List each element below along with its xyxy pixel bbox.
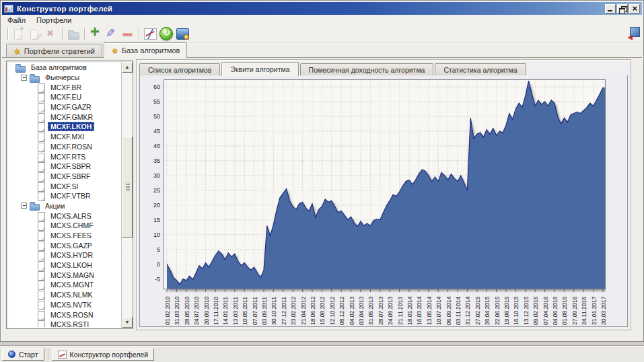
- tree-item-mcxf.gazr[interactable]: MCXF.GAZR: [7, 102, 120, 112]
- document-icon: [37, 133, 44, 141]
- title-bar: Конструктор портфелей: [2, 2, 642, 15]
- tree-scrollbar[interactable]: ▲ ▼: [121, 62, 132, 328]
- x-axis-label: 31.03.2010: [174, 296, 180, 325]
- tree-item-mcxf.mxi[interactable]: MCXF.MXI: [7, 132, 120, 142]
- equity-chart-button[interactable]: [142, 26, 158, 42]
- collapse-toggle-icon[interactable]: [21, 75, 27, 81]
- scroll-thumb[interactable]: [122, 137, 133, 238]
- tree-item-mcxf.si[interactable]: MCXF.SI: [7, 181, 120, 191]
- detail-tab-3[interactable]: Статистика алгоритма: [435, 63, 526, 76]
- x-axis-label: 31.05.2013: [367, 296, 374, 325]
- remove-icon: [120, 26, 135, 41]
- folder-icon: [66, 26, 81, 41]
- delete-icon: [44, 26, 59, 41]
- scroll-up-button[interactable]: ▲: [122, 62, 133, 73]
- tree-item-label: MCXF.GMKR: [48, 112, 96, 122]
- tab-база-алгоритмов[interactable]: База алгоритмов: [104, 42, 187, 58]
- y-axis-label: 10: [141, 231, 160, 238]
- tree-item-mcxf.sbpr[interactable]: MCXF.SBPR: [7, 161, 120, 172]
- tree-item-mcxf.rts[interactable]: MCXF.RTS: [7, 151, 120, 161]
- tree-item-label: MCXF.MXI: [48, 132, 87, 141]
- y-axis-label: 45: [141, 128, 160, 135]
- algorithm-tree: База алгоритмовФьючерсыMCXF.BRMCXF.EUMCX…: [7, 63, 120, 327]
- detail-tab-1[interactable]: Эквити алгоритма: [221, 62, 298, 76]
- menu-item-1[interactable]: Портфели: [36, 16, 71, 24]
- x-axis-label: 03.09.2011: [261, 297, 268, 325]
- x-axis-label: 20.09.2010: [203, 296, 210, 325]
- tree-item-mcxf.lkoh[interactable]: MCXF.LKOH: [7, 122, 120, 132]
- minimize-button[interactable]: [605, 4, 616, 13]
- tree-item-label: MCXF.LKOH: [48, 122, 94, 131]
- menu-item-0[interactable]: Файл: [7, 16, 26, 24]
- pencil-icon: [104, 26, 119, 41]
- x-axis-label: 21.01.2017: [591, 296, 598, 325]
- tree-item-label: MCXS.MGNT: [48, 280, 96, 289]
- tree-item-label: MCXF.SBPR: [48, 161, 94, 171]
- x-axis-label: 03.11.2014: [455, 297, 462, 325]
- tree-item-label: MCXF.BR: [48, 83, 84, 92]
- tree-item-mcxs.lkoh[interactable]: MCXS.LKOH: [7, 260, 120, 270]
- y-axis-label: 20: [141, 202, 160, 209]
- y-axis-label: 50: [141, 113, 160, 120]
- add-button[interactable]: [87, 26, 104, 42]
- tree-item-база-алгоритмов[interactable]: База алгоритмов: [7, 63, 120, 73]
- detail-tab-0[interactable]: Список алгоритмов: [139, 63, 220, 76]
- y-axis-label: 35: [141, 157, 160, 164]
- taskbar: Старт Конструктор портфелей: [0, 346, 644, 362]
- tree-item-mcxf.eu[interactable]: MCXF.EU: [7, 92, 120, 102]
- y-axis-label: 60: [141, 83, 160, 90]
- tree-item-mcxs.chmf[interactable]: MCXS.CHMF: [7, 221, 120, 231]
- document-icon: [37, 162, 44, 170]
- app-window: Конструктор портфелей ФайлПортфели Портф…: [0, 0, 644, 342]
- x-axis-label: 18.01.2014: [406, 296, 413, 325]
- tree-item-mcxf.sbrf[interactable]: MCXF.SBRF: [7, 172, 120, 182]
- detail-tab-2[interactable]: Помесячная доходность алгоритма: [300, 63, 434, 76]
- tree-item-mcxf.br[interactable]: MCXF.BR: [7, 82, 120, 92]
- remove-button[interactable]: [120, 26, 136, 42]
- x-axis-label: 24.11.2016: [581, 297, 587, 325]
- tree-item-mcxs.fees[interactable]: MCXS.FEES: [7, 231, 120, 241]
- start-button[interactable]: Старт: [2, 348, 44, 361]
- equity-plot: [164, 79, 606, 293]
- exit-button[interactable]: [626, 26, 642, 42]
- algorithm-tree-panel: База алгоритмовФьючерсыMCXF.BRMCXF.EUMCX…: [6, 61, 133, 329]
- tree-item-mcxs.nlmk[interactable]: MCXS.NLMK: [7, 290, 120, 300]
- tree-item-mcxf.gmkr[interactable]: MCXF.GMKR: [7, 112, 120, 122]
- close-button[interactable]: [629, 4, 640, 13]
- y-axis-label: -5: [141, 276, 160, 283]
- tree-item-фьючерсы[interactable]: Фьючерсы: [7, 73, 120, 83]
- tree-item-mcxs.hydr[interactable]: MCXS.HYDR: [7, 250, 120, 260]
- tree-item-mcxs.mgnt[interactable]: MCXS.MGNT: [7, 280, 120, 290]
- tree-item-mcxs.nvtk[interactable]: MCXS.NVTK: [7, 300, 120, 310]
- x-axis-label: 13.12.2015: [523, 296, 530, 325]
- refresh-button[interactable]: [158, 26, 174, 42]
- tree-item-mcxf.rosn[interactable]: MCXF.ROSN: [7, 142, 120, 152]
- scroll-down-button[interactable]: ▼: [122, 317, 133, 328]
- task-button[interactable]: Конструктор портфелей: [52, 348, 155, 361]
- x-axis-label: 23.02.2012: [290, 296, 297, 325]
- x-axis-label: 21.04.2012: [300, 296, 307, 325]
- pencil-button[interactable]: [104, 26, 120, 42]
- x-axis-label: 16.10.2015: [513, 296, 520, 325]
- tree-item-label: MCXF.ROSN: [48, 142, 95, 151]
- document-icon: [37, 172, 44, 180]
- x-axis-label: 22.06.2015: [494, 296, 501, 325]
- tree-item-mcxs.rsti[interactable]: MCXS.RSTI: [7, 320, 120, 327]
- tree-item-mcxs.magn[interactable]: MCXS.MAGN: [7, 270, 120, 280]
- tree-item-mcxs.gazp[interactable]: MCXS.GAZP: [7, 240, 120, 250]
- tree-item-label: MCXS.FEES: [48, 231, 94, 240]
- tab-портфели-стратегий[interactable]: Портфели стратегий: [6, 44, 102, 58]
- chart-image-button[interactable]: [174, 26, 190, 42]
- restore-button[interactable]: [617, 4, 628, 13]
- tree-item-mcxs.alrs[interactable]: MCXS.ALRS: [7, 211, 120, 221]
- tree-item-mcxf.vtbr[interactable]: MCXF.VTBR: [7, 191, 120, 201]
- collapse-toggle-icon[interactable]: [21, 203, 27, 209]
- star-icon: [111, 46, 118, 55]
- content-area: База алгоритмовФьючерсыMCXF.BRMCXF.EUMCX…: [2, 58, 642, 334]
- document-icon: [37, 242, 44, 250]
- tree-item-mcxs.rosn[interactable]: MCXS.ROSN: [7, 310, 120, 320]
- document-icon: [37, 143, 44, 151]
- y-axis-label: 40: [141, 143, 160, 149]
- tree-item-акции[interactable]: Акции: [7, 201, 120, 211]
- tree-item-label: MCXF.GAZR: [48, 102, 94, 112]
